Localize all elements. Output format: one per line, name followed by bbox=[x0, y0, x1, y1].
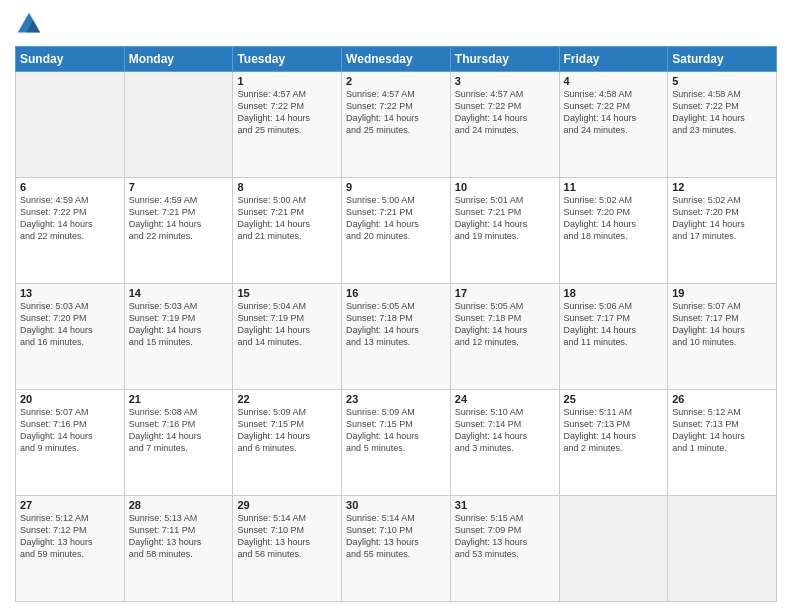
day-info: Sunrise: 5:09 AM Sunset: 7:15 PM Dayligh… bbox=[237, 406, 337, 455]
weekday-header-thursday: Thursday bbox=[450, 47, 559, 72]
calendar-cell bbox=[668, 496, 777, 602]
day-info: Sunrise: 5:03 AM Sunset: 7:20 PM Dayligh… bbox=[20, 300, 120, 349]
day-number: 5 bbox=[672, 75, 772, 87]
day-number: 31 bbox=[455, 499, 555, 511]
calendar-cell: 11Sunrise: 5:02 AM Sunset: 7:20 PM Dayli… bbox=[559, 178, 668, 284]
weekday-header-saturday: Saturday bbox=[668, 47, 777, 72]
day-number: 21 bbox=[129, 393, 229, 405]
weekday-header-wednesday: Wednesday bbox=[342, 47, 451, 72]
day-number: 1 bbox=[237, 75, 337, 87]
calendar-cell bbox=[559, 496, 668, 602]
day-number: 11 bbox=[564, 181, 664, 193]
calendar-cell: 18Sunrise: 5:06 AM Sunset: 7:17 PM Dayli… bbox=[559, 284, 668, 390]
day-info: Sunrise: 4:58 AM Sunset: 7:22 PM Dayligh… bbox=[672, 88, 772, 137]
day-number: 30 bbox=[346, 499, 446, 511]
calendar-cell: 4Sunrise: 4:58 AM Sunset: 7:22 PM Daylig… bbox=[559, 72, 668, 178]
calendar-cell: 13Sunrise: 5:03 AM Sunset: 7:20 PM Dayli… bbox=[16, 284, 125, 390]
day-info: Sunrise: 5:00 AM Sunset: 7:21 PM Dayligh… bbox=[346, 194, 446, 243]
day-info: Sunrise: 5:03 AM Sunset: 7:19 PM Dayligh… bbox=[129, 300, 229, 349]
day-info: Sunrise: 5:09 AM Sunset: 7:15 PM Dayligh… bbox=[346, 406, 446, 455]
header bbox=[15, 10, 777, 38]
calendar-cell: 6Sunrise: 4:59 AM Sunset: 7:22 PM Daylig… bbox=[16, 178, 125, 284]
day-number: 20 bbox=[20, 393, 120, 405]
calendar-cell: 24Sunrise: 5:10 AM Sunset: 7:14 PM Dayli… bbox=[450, 390, 559, 496]
day-info: Sunrise: 5:05 AM Sunset: 7:18 PM Dayligh… bbox=[455, 300, 555, 349]
day-info: Sunrise: 5:02 AM Sunset: 7:20 PM Dayligh… bbox=[564, 194, 664, 243]
calendar-cell: 2Sunrise: 4:57 AM Sunset: 7:22 PM Daylig… bbox=[342, 72, 451, 178]
weekday-header-monday: Monday bbox=[124, 47, 233, 72]
calendar-cell: 22Sunrise: 5:09 AM Sunset: 7:15 PM Dayli… bbox=[233, 390, 342, 496]
day-number: 25 bbox=[564, 393, 664, 405]
calendar-week-row: 27Sunrise: 5:12 AM Sunset: 7:12 PM Dayli… bbox=[16, 496, 777, 602]
day-number: 2 bbox=[346, 75, 446, 87]
calendar-week-row: 6Sunrise: 4:59 AM Sunset: 7:22 PM Daylig… bbox=[16, 178, 777, 284]
day-info: Sunrise: 5:05 AM Sunset: 7:18 PM Dayligh… bbox=[346, 300, 446, 349]
calendar-cell bbox=[16, 72, 125, 178]
calendar-cell: 5Sunrise: 4:58 AM Sunset: 7:22 PM Daylig… bbox=[668, 72, 777, 178]
day-info: Sunrise: 5:15 AM Sunset: 7:09 PM Dayligh… bbox=[455, 512, 555, 561]
day-info: Sunrise: 4:58 AM Sunset: 7:22 PM Dayligh… bbox=[564, 88, 664, 137]
day-number: 12 bbox=[672, 181, 772, 193]
weekday-header-sunday: Sunday bbox=[16, 47, 125, 72]
day-number: 8 bbox=[237, 181, 337, 193]
day-info: Sunrise: 5:10 AM Sunset: 7:14 PM Dayligh… bbox=[455, 406, 555, 455]
calendar-cell: 16Sunrise: 5:05 AM Sunset: 7:18 PM Dayli… bbox=[342, 284, 451, 390]
calendar-cell: 8Sunrise: 5:00 AM Sunset: 7:21 PM Daylig… bbox=[233, 178, 342, 284]
calendar-cell: 31Sunrise: 5:15 AM Sunset: 7:09 PM Dayli… bbox=[450, 496, 559, 602]
day-number: 16 bbox=[346, 287, 446, 299]
day-number: 4 bbox=[564, 75, 664, 87]
calendar-cell: 27Sunrise: 5:12 AM Sunset: 7:12 PM Dayli… bbox=[16, 496, 125, 602]
logo bbox=[15, 10, 47, 38]
day-number: 7 bbox=[129, 181, 229, 193]
page: SundayMondayTuesdayWednesdayThursdayFrid… bbox=[0, 0, 792, 612]
calendar-cell: 7Sunrise: 4:59 AM Sunset: 7:21 PM Daylig… bbox=[124, 178, 233, 284]
day-number: 22 bbox=[237, 393, 337, 405]
day-number: 27 bbox=[20, 499, 120, 511]
day-number: 14 bbox=[129, 287, 229, 299]
weekday-header-tuesday: Tuesday bbox=[233, 47, 342, 72]
day-info: Sunrise: 5:13 AM Sunset: 7:11 PM Dayligh… bbox=[129, 512, 229, 561]
calendar-cell: 25Sunrise: 5:11 AM Sunset: 7:13 PM Dayli… bbox=[559, 390, 668, 496]
calendar-cell: 15Sunrise: 5:04 AM Sunset: 7:19 PM Dayli… bbox=[233, 284, 342, 390]
day-info: Sunrise: 5:08 AM Sunset: 7:16 PM Dayligh… bbox=[129, 406, 229, 455]
calendar-cell: 20Sunrise: 5:07 AM Sunset: 7:16 PM Dayli… bbox=[16, 390, 125, 496]
day-number: 19 bbox=[672, 287, 772, 299]
calendar-cell: 3Sunrise: 4:57 AM Sunset: 7:22 PM Daylig… bbox=[450, 72, 559, 178]
calendar-cell bbox=[124, 72, 233, 178]
calendar-cell: 19Sunrise: 5:07 AM Sunset: 7:17 PM Dayli… bbox=[668, 284, 777, 390]
day-number: 15 bbox=[237, 287, 337, 299]
day-number: 18 bbox=[564, 287, 664, 299]
weekday-header-friday: Friday bbox=[559, 47, 668, 72]
day-info: Sunrise: 5:11 AM Sunset: 7:13 PM Dayligh… bbox=[564, 406, 664, 455]
calendar-cell: 1Sunrise: 4:57 AM Sunset: 7:22 PM Daylig… bbox=[233, 72, 342, 178]
day-info: Sunrise: 5:12 AM Sunset: 7:13 PM Dayligh… bbox=[672, 406, 772, 455]
day-info: Sunrise: 5:14 AM Sunset: 7:10 PM Dayligh… bbox=[346, 512, 446, 561]
calendar-cell: 17Sunrise: 5:05 AM Sunset: 7:18 PM Dayli… bbox=[450, 284, 559, 390]
day-info: Sunrise: 5:12 AM Sunset: 7:12 PM Dayligh… bbox=[20, 512, 120, 561]
day-number: 23 bbox=[346, 393, 446, 405]
day-number: 6 bbox=[20, 181, 120, 193]
weekday-header-row: SundayMondayTuesdayWednesdayThursdayFrid… bbox=[16, 47, 777, 72]
day-number: 26 bbox=[672, 393, 772, 405]
calendar-cell: 10Sunrise: 5:01 AM Sunset: 7:21 PM Dayli… bbox=[450, 178, 559, 284]
calendar-cell: 14Sunrise: 5:03 AM Sunset: 7:19 PM Dayli… bbox=[124, 284, 233, 390]
day-number: 3 bbox=[455, 75, 555, 87]
logo-icon bbox=[15, 10, 43, 38]
calendar-cell: 21Sunrise: 5:08 AM Sunset: 7:16 PM Dayli… bbox=[124, 390, 233, 496]
day-info: Sunrise: 5:02 AM Sunset: 7:20 PM Dayligh… bbox=[672, 194, 772, 243]
calendar-cell: 26Sunrise: 5:12 AM Sunset: 7:13 PM Dayli… bbox=[668, 390, 777, 496]
day-info: Sunrise: 5:06 AM Sunset: 7:17 PM Dayligh… bbox=[564, 300, 664, 349]
calendar-cell: 12Sunrise: 5:02 AM Sunset: 7:20 PM Dayli… bbox=[668, 178, 777, 284]
day-info: Sunrise: 4:57 AM Sunset: 7:22 PM Dayligh… bbox=[237, 88, 337, 137]
day-info: Sunrise: 4:57 AM Sunset: 7:22 PM Dayligh… bbox=[346, 88, 446, 137]
day-info: Sunrise: 5:04 AM Sunset: 7:19 PM Dayligh… bbox=[237, 300, 337, 349]
day-info: Sunrise: 4:59 AM Sunset: 7:22 PM Dayligh… bbox=[20, 194, 120, 243]
day-info: Sunrise: 5:07 AM Sunset: 7:17 PM Dayligh… bbox=[672, 300, 772, 349]
day-info: Sunrise: 4:59 AM Sunset: 7:21 PM Dayligh… bbox=[129, 194, 229, 243]
day-number: 29 bbox=[237, 499, 337, 511]
calendar-week-row: 20Sunrise: 5:07 AM Sunset: 7:16 PM Dayli… bbox=[16, 390, 777, 496]
day-number: 28 bbox=[129, 499, 229, 511]
day-number: 13 bbox=[20, 287, 120, 299]
day-info: Sunrise: 4:57 AM Sunset: 7:22 PM Dayligh… bbox=[455, 88, 555, 137]
calendar-cell: 9Sunrise: 5:00 AM Sunset: 7:21 PM Daylig… bbox=[342, 178, 451, 284]
